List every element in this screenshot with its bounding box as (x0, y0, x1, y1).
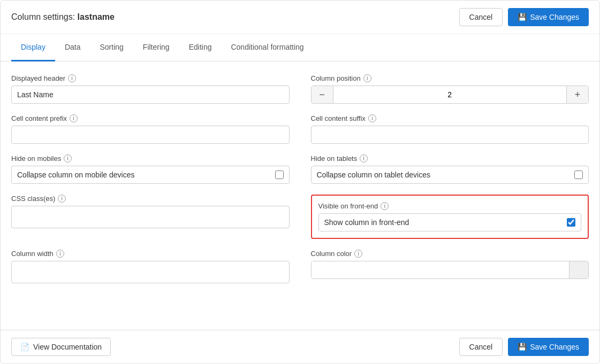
hide-on-tablets-row-label: Collapse column on tablet devices (317, 171, 430, 179)
column-color-input[interactable] (312, 261, 569, 278)
header-save-button[interactable]: 💾 Save Changes (508, 8, 589, 26)
hide-on-tablets-label: Hide on tablets i (311, 154, 589, 162)
visible-on-frontend-checkbox[interactable] (567, 218, 575, 227)
displayed-header-group: Displayed header i (11, 74, 290, 104)
page-title: Column settings: lastname (11, 12, 115, 22)
column-color-info-icon: i (354, 250, 362, 258)
css-classes-group: CSS class(es) i (11, 195, 290, 239)
column-width-info-icon: i (56, 250, 64, 258)
hide-on-mobiles-label: Hide on mobiles i (11, 154, 290, 162)
visible-on-frontend-label: Visible on front-end i (318, 202, 582, 210)
visible-on-frontend-info-icon: i (381, 202, 389, 210)
cell-content-prefix-group: Cell content prefix i (11, 114, 290, 144)
column-position-plus-button[interactable]: + (567, 86, 588, 103)
column-color-group: Column color i (311, 250, 589, 283)
hide-on-tablets-group: Hide on tablets i Collapse column on tab… (311, 154, 589, 184)
tab-filtering[interactable]: Filtering (133, 34, 179, 61)
header-actions: Cancel 💾 Save Changes (459, 8, 589, 26)
displayed-header-info-icon: i (68, 74, 76, 82)
column-position-minus-button[interactable]: − (312, 86, 333, 103)
displayed-header-label: Displayed header i (11, 74, 290, 82)
css-classes-input[interactable] (11, 206, 290, 228)
column-color-row (311, 261, 589, 279)
hide-on-mobiles-row: Collapse column on mobile devices (11, 166, 290, 184)
column-position-info-icon: i (363, 74, 371, 82)
form-content: Displayed header i Column position i − + (1, 61, 599, 330)
doc-icon: 📄 (20, 343, 29, 351)
header-cancel-button[interactable]: Cancel (459, 8, 503, 26)
cell-content-prefix-label: Cell content prefix i (11, 114, 290, 122)
header: Column settings: lastname Cancel 💾 Save … (1, 1, 599, 34)
column-position-label: Column position i (311, 74, 589, 82)
column-position-group: Column position i − + (311, 74, 589, 104)
hide-on-mobiles-group: Hide on mobiles i Collapse column on mob… (11, 154, 290, 184)
visible-on-frontend-row: Show column in front-end (318, 213, 582, 231)
hide-on-tablets-checkbox[interactable] (574, 171, 583, 179)
column-color-label: Column color i (311, 250, 589, 258)
displayed-header-input[interactable] (11, 86, 290, 104)
tab-sorting[interactable]: Sorting (90, 34, 133, 61)
footer-cancel-button[interactable]: Cancel (459, 338, 503, 356)
cell-content-suffix-group: Cell content suffix i (311, 114, 589, 144)
footer: 📄 View Documentation Cancel 💾 Save Chang… (1, 330, 599, 363)
save-icon: 💾 (518, 13, 527, 21)
color-swatch[interactable] (569, 261, 588, 278)
view-documentation-button[interactable]: 📄 View Documentation (11, 338, 111, 356)
cell-content-prefix-info-icon: i (70, 114, 78, 122)
css-classes-info-icon: i (58, 195, 66, 203)
hide-on-mobiles-checkbox[interactable] (275, 171, 284, 179)
visible-on-frontend-row-label: Show column in front-end (324, 218, 409, 227)
cell-content-prefix-input[interactable] (11, 126, 290, 144)
column-position-value[interactable] (333, 86, 567, 103)
column-position-stepper: − + (311, 86, 589, 104)
tab-data[interactable]: Data (55, 34, 90, 61)
tab-conditional-formatting[interactable]: Conditional formatting (221, 34, 313, 61)
hide-on-tablets-row: Collapse column on tablet devices (311, 166, 589, 184)
column-width-group: Column width i (11, 250, 290, 283)
cell-content-suffix-input[interactable] (311, 126, 589, 144)
tabs: Display Data Sorting Filtering Editing C… (1, 34, 599, 61)
cell-content-suffix-info-icon: i (368, 114, 376, 122)
css-classes-label: CSS class(es) i (11, 195, 290, 203)
tab-display[interactable]: Display (11, 34, 55, 61)
column-width-label: Column width i (11, 250, 290, 258)
footer-save-button[interactable]: 💾 Save Changes (508, 338, 589, 356)
visible-on-frontend-group: Visible on front-end i Show column in fr… (311, 195, 589, 239)
hide-on-tablets-info-icon: i (360, 154, 368, 162)
hide-on-mobiles-row-label: Collapse column on mobile devices (17, 171, 134, 179)
cell-content-suffix-label: Cell content suffix i (311, 114, 589, 122)
tab-editing[interactable]: Editing (179, 34, 222, 61)
footer-save-icon: 💾 (518, 343, 527, 351)
hide-on-mobiles-info-icon: i (64, 154, 72, 162)
column-width-input[interactable] (11, 261, 290, 283)
footer-actions: Cancel 💾 Save Changes (459, 338, 589, 356)
